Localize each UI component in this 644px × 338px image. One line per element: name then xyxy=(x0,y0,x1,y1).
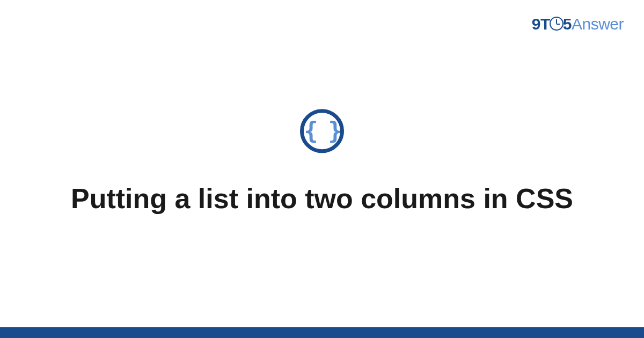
logo-text-5: 5 xyxy=(563,15,572,33)
css-braces-icon: { } xyxy=(300,109,344,153)
page-title: Putting a list into two columns in CSS xyxy=(0,182,644,216)
logo-text-answer: Answer xyxy=(572,15,624,33)
braces-glyph: { } xyxy=(304,119,340,143)
footer-accent-bar xyxy=(0,327,644,338)
clock-icon xyxy=(550,17,564,31)
site-logo: 9T5Answer xyxy=(532,15,624,33)
main-content: { } Putting a list into two columns in C… xyxy=(0,109,644,216)
logo-text-9t: 9T xyxy=(532,15,550,33)
